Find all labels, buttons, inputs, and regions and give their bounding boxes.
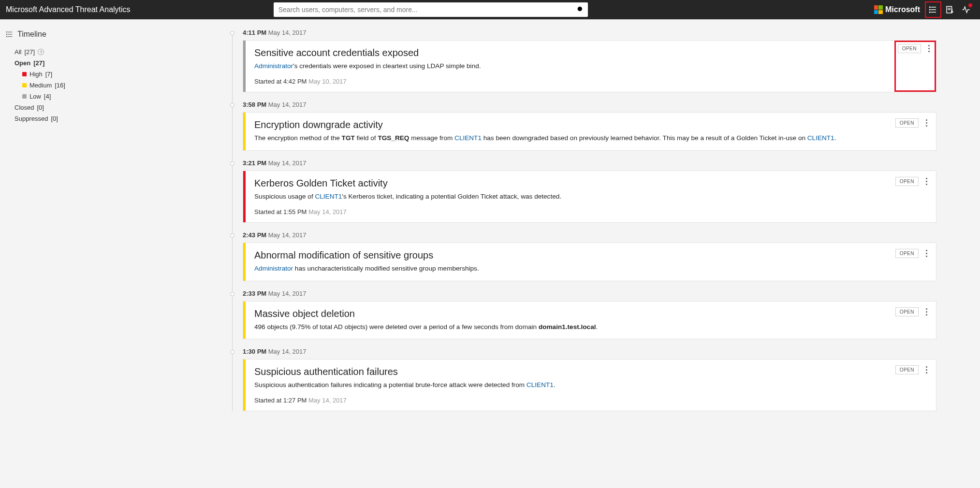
filter-list: All [27] ? Open [27] High [7] Medium [16… [6, 46, 224, 124]
entry-ts: 3:21 PM May 14, 2017 [243, 159, 936, 167]
alert-card[interactable]: Massive object deletion 496 objects (9.7… [243, 301, 936, 339]
entry-time: 3:21 PM [243, 159, 266, 167]
microsoft-logo: Microsoft [874, 5, 920, 14]
alert-started: Started at 1:27 PM May 14, 2017 [254, 397, 887, 404]
started-time: 1:27 PM [283, 397, 307, 404]
filter-open-label: Open [15, 59, 30, 67]
card-actions: OPEN [895, 301, 936, 339]
entry-date: May 14, 2017 [268, 159, 307, 167]
status-open-button[interactable]: OPEN [895, 177, 919, 186]
microsoft-text: Microsoft [885, 5, 920, 14]
filter-low-count: [4] [44, 93, 51, 100]
filter-high[interactable]: High [7] [6, 69, 224, 80]
severity-medium-icon [22, 83, 27, 87]
entity-link[interactable]: Administrator [254, 62, 293, 70]
svg-point-16 [6, 34, 7, 34]
timeline-icon [6, 30, 14, 38]
filter-suppressed-label: Suppressed [15, 115, 48, 122]
health-icon[interactable] [958, 1, 974, 18]
search-icon[interactable] [576, 5, 584, 14]
more-menu-icon[interactable] [922, 249, 930, 257]
entry-ts: 4:11 PM May 14, 2017 [243, 29, 936, 36]
timeline-column: 4:11 PM May 14, 2017 Sensitive account c… [232, 29, 936, 411]
timeline-entry: 1:30 PM May 14, 2017 Suspicious authenti… [232, 348, 936, 411]
alert-title: Massive object deletion [254, 308, 887, 319]
more-menu-icon[interactable] [922, 118, 930, 127]
entity-link[interactable]: CLIENT1 [315, 193, 342, 200]
severity-low-icon [22, 94, 27, 99]
alert-card[interactable]: Encryption downgrade activity The encryp… [243, 112, 936, 150]
timeline-nav-icon[interactable] [925, 1, 941, 18]
status-open-button[interactable]: OPEN [895, 118, 919, 128]
reports-icon[interactable] [941, 1, 958, 18]
alert-title: Suspicious authentication failures [254, 366, 887, 377]
timeline-node-icon [230, 161, 234, 166]
filter-medium[interactable]: Medium [16] [6, 80, 224, 91]
alert-card[interactable]: Kerberos Golden Ticket activity Suspicio… [243, 171, 936, 223]
help-icon[interactable]: ? [38, 49, 44, 55]
alert-title: Kerberos Golden Ticket activity [254, 178, 887, 189]
top-bar: Microsoft Advanced Threat Analytics Micr… [0, 0, 980, 19]
health-alert-badge [968, 3, 972, 7]
filter-closed[interactable]: Closed [0] [6, 102, 224, 113]
filter-high-label: High [29, 71, 43, 78]
alert-started: Started at 1:55 PM May 14, 2017 [254, 208, 887, 215]
alert-desc: Suspicious authentication failures indic… [254, 380, 887, 390]
svg-line-1 [581, 11, 583, 12]
filter-medium-count: [16] [55, 82, 65, 89]
filter-closed-label: Closed [15, 104, 34, 111]
filter-closed-count: [0] [37, 104, 44, 111]
card-actions: OPEN [895, 113, 936, 150]
more-menu-icon[interactable] [922, 307, 930, 316]
timeline-node-icon [230, 350, 234, 354]
svg-point-5 [929, 7, 930, 8]
entry-ts: 2:33 PM May 14, 2017 [243, 290, 936, 297]
severity-high-icon [22, 72, 27, 76]
timeline-node-icon [230, 292, 234, 296]
alert-card[interactable]: Sensitive account credentials exposed Ad… [243, 40, 936, 92]
sidebar: Timeline All [27] ? Open [27] High [7] M… [0, 19, 232, 439]
alert-desc: Administrator's credentials were exposed… [254, 61, 886, 71]
app-title: Microsoft Advanced Threat Analytics [6, 5, 131, 14]
more-menu-icon[interactable] [922, 365, 930, 373]
entity-link[interactable]: Administrator [254, 265, 293, 272]
entry-date: May 14, 2017 [268, 101, 307, 108]
status-open-button[interactable]: OPEN [895, 365, 919, 374]
entry-time: 3:58 PM [243, 101, 266, 108]
filter-suppressed-count: [0] [51, 115, 58, 122]
entry-date: May 14, 2017 [268, 29, 307, 36]
filter-low[interactable]: Low [4] [6, 91, 224, 102]
status-open-button[interactable]: OPEN [895, 307, 919, 316]
card-actions: OPEN [895, 171, 936, 222]
svg-point-6 [929, 9, 930, 10]
entry-ts: 1:30 PM May 14, 2017 [243, 348, 936, 355]
status-open-button[interactable]: OPEN [895, 249, 919, 258]
entry-time: 1:30 PM [243, 348, 266, 355]
card-actions: OPEN [895, 243, 936, 280]
entity-link[interactable]: CLIENT1 [807, 134, 834, 142]
status-open-button[interactable]: OPEN [898, 44, 921, 53]
topbar-right: Microsoft [874, 1, 974, 18]
filter-open[interactable]: Open [27] [6, 57, 224, 69]
timeline-entry: 4:11 PM May 14, 2017 Sensitive account c… [232, 29, 936, 92]
search-input[interactable] [274, 2, 588, 17]
entry-ts: 2:43 PM May 14, 2017 [243, 231, 936, 239]
alert-desc: Administrator has uncharacteristically m… [254, 264, 887, 273]
main-content: 4:11 PM May 14, 2017 Sensitive account c… [232, 19, 980, 439]
entity-link[interactable]: CLIENT1 [454, 134, 482, 142]
alert-card[interactable]: Abnormal modification of sensitive group… [243, 243, 936, 281]
timeline-entry: 2:33 PM May 14, 2017 Massive object dele… [232, 290, 936, 339]
svg-point-15 [6, 32, 7, 32]
entry-time: 2:33 PM [243, 290, 266, 297]
microsoft-squares-icon [874, 5, 883, 14]
more-menu-icon[interactable] [922, 177, 930, 185]
entry-date: May 14, 2017 [268, 231, 307, 239]
filter-suppressed[interactable]: Suppressed [0] [6, 113, 224, 124]
entity-link[interactable]: CLIENT1 [527, 381, 554, 388]
more-menu-icon[interactable] [925, 44, 933, 52]
alert-card[interactable]: Suspicious authentication failures Suspi… [243, 359, 936, 411]
sidebar-title-text: Timeline [17, 30, 46, 39]
alert-desc: Suspicious usage of CLIENT1's Kerberos t… [254, 192, 887, 201]
filter-all[interactable]: All [27] ? [6, 46, 224, 57]
timeline-entry: 3:21 PM May 14, 2017 Kerberos Golden Tic… [232, 159, 936, 223]
